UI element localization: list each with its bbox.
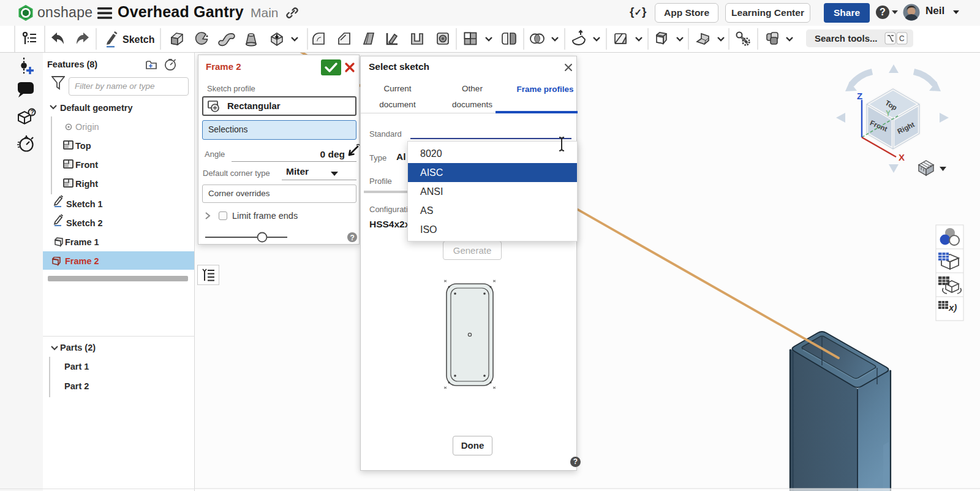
svg-text:Z: Z xyxy=(857,91,862,101)
svg-text:X: X xyxy=(899,152,905,162)
svg-text:Search tools...: Search tools... xyxy=(815,33,878,44)
svg-text:Y: Y xyxy=(886,109,891,118)
svg-text:?: ? xyxy=(350,234,355,242)
svg-text:x): x) xyxy=(948,302,957,313)
svg-text:Sketch: Sketch xyxy=(123,34,154,45)
svg-text:?: ? xyxy=(31,109,34,116)
svg-text:C: C xyxy=(899,34,905,43)
